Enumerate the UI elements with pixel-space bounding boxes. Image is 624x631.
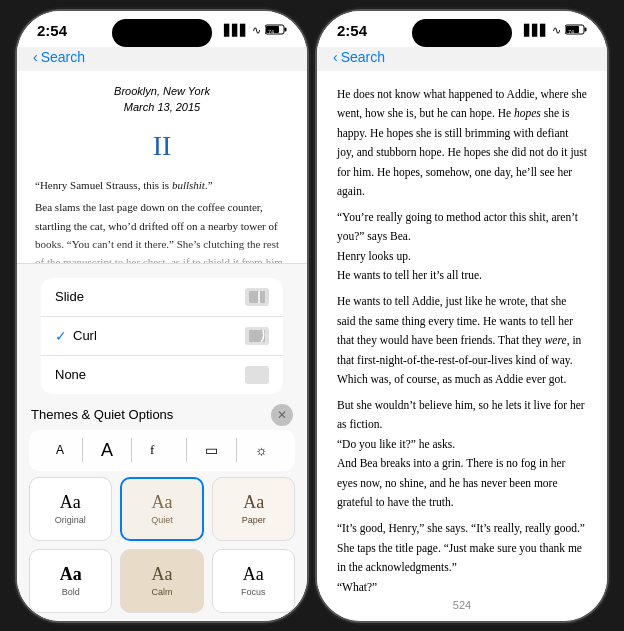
theme-bold[interactable]: Aa Bold (29, 549, 112, 613)
svg-text:74: 74 (268, 29, 274, 35)
font-sep-1 (82, 438, 83, 462)
theme-calm[interactable]: Aa Calm (120, 549, 203, 613)
right-para-2: “You’re really going to method actor thi… (337, 208, 587, 247)
phones-container: 2:54 ▋▋▋ ∿ 74 (17, 11, 607, 621)
right-screen: 2:54 ▋▋▋ ∿ 74 (317, 11, 607, 621)
dynamic-island-left (112, 19, 212, 47)
brightness-button[interactable]: ☼ (247, 438, 276, 462)
theme-calm-aa: Aa (151, 564, 172, 585)
svg-rect-1 (285, 28, 287, 32)
font-increase-button[interactable]: A (93, 436, 121, 465)
right-para-8: And Bea breaks into a grin. There is no … (337, 454, 587, 513)
right-nav-bar: ‹ Search (317, 47, 607, 71)
right-book-body: He does not know what happened to Addie,… (317, 71, 607, 621)
font-type-button[interactable]: f (142, 437, 176, 464)
book-header-line1: Brooklyn, New York (114, 85, 210, 97)
right-back-label: Search (341, 49, 385, 65)
svg-text:74: 74 (568, 29, 574, 35)
svg-text:f: f (150, 442, 155, 457)
dynamic-island-right (412, 19, 512, 47)
right-para-9: “It’s good, Henry,” she says. “It’s real… (337, 519, 587, 578)
theme-focus[interactable]: Aa Focus (212, 549, 295, 613)
theme-quiet-label: Quiet (151, 515, 173, 525)
theme-bold-label: Bold (62, 587, 80, 597)
left-screen: 2:54 ▋▋▋ ∿ 74 (17, 11, 307, 621)
right-para-4: He wants to tell her it’s all true. (337, 266, 587, 286)
right-chevron-left-icon: ‹ (333, 49, 338, 65)
slide-label: Slide (55, 289, 84, 304)
right-para-1: He does not know what happened to Addie,… (337, 85, 587, 202)
theme-focus-aa: Aa (243, 564, 264, 585)
right-para-10: “What?” (337, 578, 587, 595)
left-nav-bar: ‹ Search (17, 47, 307, 71)
signal-icon: ▋▋▋ (224, 24, 248, 37)
theme-quiet[interactable]: Aa Quiet (120, 477, 205, 541)
left-status-icons: ▋▋▋ ∿ 74 (224, 24, 287, 37)
right-para-7: “Do you like it?” he asks. (337, 435, 587, 455)
book-text-body: “Henry Samuel Strauss, this is bullshit.… (35, 176, 289, 270)
theme-quiet-aa: Aa (152, 492, 173, 513)
page-number: 524 (317, 595, 607, 621)
left-book-content: Brooklyn, New York March 13, 2015 II “He… (17, 71, 307, 271)
theme-original[interactable]: Aa Original (29, 477, 112, 541)
right-signal-icon: ▋▋▋ (524, 24, 548, 37)
none-label: None (55, 367, 86, 382)
theme-paper-label: Paper (242, 515, 266, 525)
none-preview (245, 366, 269, 384)
font-sep-2 (131, 438, 132, 462)
font-decrease-button[interactable]: A (48, 439, 72, 461)
left-time: 2:54 (37, 22, 67, 39)
transition-options: Slide ✓ Curl (41, 278, 283, 394)
left-back-button[interactable]: ‹ Search (33, 49, 85, 65)
left-phone: 2:54 ▋▋▋ ∿ 74 (17, 11, 307, 621)
back-label: Search (41, 49, 85, 65)
svg-rect-9 (585, 28, 587, 32)
svg-rect-4 (249, 291, 265, 303)
font-sep-3 (186, 438, 187, 462)
theme-original-label: Original (55, 515, 86, 525)
right-book-content: He does not know what happened to Addie,… (317, 71, 607, 595)
right-para-3: Henry looks up. (337, 247, 587, 267)
font-sep-4 (236, 438, 237, 462)
book-header: Brooklyn, New York March 13, 2015 (35, 83, 289, 116)
theme-paper-aa: Aa (243, 492, 264, 513)
transition-none[interactable]: None (41, 356, 283, 394)
chevron-left-icon: ‹ (33, 49, 38, 65)
slide-icon-area (245, 288, 269, 306)
curl-label: Curl (73, 328, 245, 343)
font-controls-bar: A A f ▭ ☼ (29, 430, 295, 471)
left-book-area: Brooklyn, New York March 13, 2015 II “He… (17, 71, 307, 621)
slide-preview (245, 288, 269, 306)
curl-check: ✓ (55, 328, 67, 344)
right-status-icons: ▋▋▋ ∿ 74 (524, 24, 587, 37)
theme-focus-label: Focus (241, 587, 266, 597)
transition-slide[interactable]: Slide (41, 278, 283, 317)
close-button[interactable]: ✕ (271, 404, 293, 426)
right-para-5: He wants to tell Addie, just like he wro… (337, 292, 587, 390)
battery-icon: 74 (265, 24, 287, 37)
theme-paper[interactable]: Aa Paper (212, 477, 295, 541)
chapter-number: II (35, 124, 289, 169)
transition-curl[interactable]: ✓ Curl (41, 317, 283, 356)
curl-preview (245, 327, 269, 345)
right-back-button[interactable]: ‹ Search (333, 49, 385, 65)
theme-row-2: Aa Bold Aa Calm Aa Focus (17, 549, 307, 621)
theme-calm-label: Calm (151, 587, 172, 597)
right-para-6: But she wouldn’t believe him, so he lets… (337, 396, 587, 435)
theme-bold-aa: Aa (60, 564, 82, 585)
right-phone: 2:54 ▋▋▋ ∿ 74 (317, 11, 607, 621)
book-para-2: Bea slams the last page down on the coff… (35, 198, 289, 270)
close-icon: ✕ (277, 408, 287, 422)
right-wifi-icon: ∿ (552, 24, 561, 37)
theme-original-aa: Aa (60, 492, 81, 513)
themes-label: Themes & Quiet Options (31, 407, 173, 422)
wifi-icon: ∿ (252, 24, 261, 37)
right-battery-icon: 74 (565, 24, 587, 37)
book-para-1: “Henry Samuel Strauss, this is bullshit.… (35, 176, 289, 194)
bookmark-button[interactable]: ▭ (197, 438, 226, 462)
transition-row: Slide ✓ Curl (17, 264, 307, 398)
theme-row-1: Aa Original Aa Quiet Aa Paper (17, 477, 307, 549)
right-time: 2:54 (337, 22, 367, 39)
themes-section-header: Themes & Quiet Options ✕ (17, 398, 307, 430)
book-header-line2: March 13, 2015 (124, 101, 200, 113)
